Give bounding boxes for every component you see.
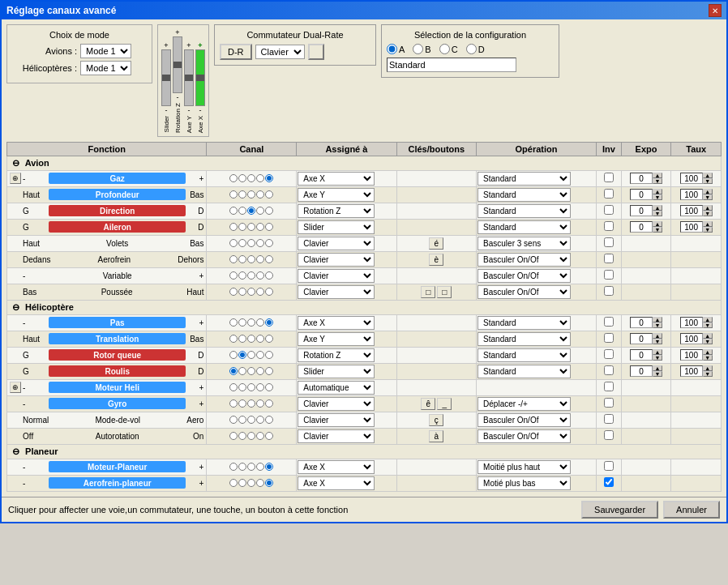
canal-radio-0-5-2[interactable] xyxy=(247,255,255,263)
inv-checkbox-1-1[interactable] xyxy=(604,333,614,343)
section-expand-2[interactable]: ⊖ xyxy=(12,446,19,456)
expo-input-0-0[interactable] xyxy=(630,173,653,184)
inv-checkbox-0-5[interactable] xyxy=(604,254,614,263)
inv-checkbox-1-4[interactable] xyxy=(604,382,614,391)
taux-up-1-2[interactable]: ▲ xyxy=(703,349,713,355)
inv-checkbox-1-3[interactable] xyxy=(604,365,614,375)
inv-checkbox-0-6[interactable] xyxy=(604,270,614,280)
assign-select-1-2[interactable]: Axe XAxe YRotation ZSliderClavierAutomat… xyxy=(298,348,375,362)
taux-down-1-0[interactable]: ▼ xyxy=(703,322,713,328)
key-btn-1-5[interactable]: ê xyxy=(421,398,435,410)
canal-radio-1-0-2[interactable] xyxy=(247,318,255,327)
slider-3-track[interactable] xyxy=(184,49,194,106)
op-select-2-1[interactable]: StandardBasculer 3 sensBasculer On/OfDép… xyxy=(477,476,571,490)
op-select-2-0[interactable]: StandardBasculer 3 sensBasculer On/OfDép… xyxy=(477,460,571,474)
dr-button[interactable]: D-R xyxy=(220,44,252,60)
assign-select-1-4[interactable]: Axe XAxe YRotation ZSliderClavierAutomat… xyxy=(298,381,375,395)
inv-checkbox-0-4[interactable] xyxy=(604,237,614,247)
canal-radio-1-3-0[interactable] xyxy=(229,367,238,375)
taux-input-0-0[interactable] xyxy=(680,173,703,184)
op-select-0-3[interactable]: StandardBasculer 3 sensBasculer On/OfDép… xyxy=(477,220,571,234)
canal-radio-0-7-3[interactable] xyxy=(256,288,264,296)
slider-4-track[interactable] xyxy=(195,49,205,106)
key-btn-0-5[interactable]: è xyxy=(429,254,443,266)
canal-radio-0-7-0[interactable] xyxy=(229,288,238,296)
canal-radio-2-0-0[interactable] xyxy=(229,463,238,471)
canal-radio-1-2-2[interactable] xyxy=(247,351,255,359)
inv-checkbox-2-1[interactable] xyxy=(604,477,614,487)
canal-radio-2-1-4[interactable] xyxy=(265,479,273,487)
canal-radio-0-2-2[interactable] xyxy=(247,207,255,215)
expo-input-0-3[interactable] xyxy=(630,221,653,233)
expo-up-0-0[interactable]: ▲ xyxy=(653,173,662,178)
config-radio-d[interactable]: D xyxy=(466,44,485,54)
canal-radio-0-1-1[interactable] xyxy=(238,190,246,199)
canal-radio-1-1-0[interactable] xyxy=(229,335,238,343)
inv-checkbox-0-1[interactable] xyxy=(604,189,614,199)
expo-input-1-2[interactable] xyxy=(630,349,653,361)
taux-input-0-3[interactable] xyxy=(680,221,703,233)
canal-radio-1-6-3[interactable] xyxy=(256,416,264,424)
taux-up-1-1[interactable]: ▲ xyxy=(703,333,713,339)
clavier-select[interactable]: ClavierAxe XAxe Y xyxy=(255,45,305,59)
expo-down-0-2[interactable]: ▼ xyxy=(653,211,662,216)
op-select-0-4[interactable]: StandardBasculer 3 sensBasculer On/OfDép… xyxy=(477,237,571,250)
config-radio-b[interactable]: B xyxy=(413,44,430,54)
expo-down-1-1[interactable]: ▼ xyxy=(653,339,662,344)
canal-radio-0-0-0[interactable] xyxy=(229,174,238,182)
expo-up-0-2[interactable]: ▲ xyxy=(653,205,662,211)
canal-radio-0-6-4[interactable] xyxy=(265,271,273,280)
canal-radio-1-3-4[interactable] xyxy=(265,367,273,375)
op-select-1-1[interactable]: StandardBasculer 3 sensBasculer On/OfDép… xyxy=(477,332,571,346)
inv-checkbox-1-0[interactable] xyxy=(604,317,614,327)
expo-up-0-3[interactable]: ▲ xyxy=(653,221,662,227)
expand-btn-1-4[interactable]: ⊕ xyxy=(10,382,21,393)
assign-select-1-5[interactable]: Axe XAxe YRotation ZSliderClavierAutomat… xyxy=(298,397,375,411)
canal-radio-0-3-0[interactable] xyxy=(229,223,238,231)
taux-input-1-1[interactable] xyxy=(680,333,703,344)
avions-select[interactable]: Mode 1Mode 2Mode 3Mode 4 xyxy=(80,44,131,58)
canal-radio-1-6-2[interactable] xyxy=(247,416,255,424)
expo-up-1-0[interactable]: ▲ xyxy=(653,317,662,322)
op-select-1-2[interactable]: StandardBasculer 3 sensBasculer On/OfDép… xyxy=(477,348,571,362)
op-select-1-0[interactable]: StandardBasculer 3 sensBasculer On/OfDép… xyxy=(477,316,571,330)
inv-checkbox-1-7[interactable] xyxy=(604,430,614,440)
assign-select-1-0[interactable]: Axe XAxe YRotation ZSliderClavierAutomat… xyxy=(298,316,375,330)
slider-1-track[interactable] xyxy=(161,49,171,106)
config-radio-c[interactable]: C xyxy=(439,44,458,54)
expo-down-1-2[interactable]: ▼ xyxy=(653,355,662,361)
expo-up-1-2[interactable]: ▲ xyxy=(653,349,662,355)
assign-select-2-0[interactable]: Axe XAxe YRotation ZSliderClavierAutomat… xyxy=(298,460,375,474)
config-value-input[interactable] xyxy=(387,58,516,72)
canal-radio-0-2-3[interactable] xyxy=(256,207,264,215)
expo-down-1-3[interactable]: ▼ xyxy=(653,371,662,377)
taux-down-0-1[interactable]: ▼ xyxy=(703,194,713,200)
assign-select-0-3[interactable]: Axe XAxe YRotation ZSliderClavierAutomat… xyxy=(298,220,375,234)
canal-radio-0-4-4[interactable] xyxy=(265,239,273,247)
canal-radio-0-2-1[interactable] xyxy=(238,207,246,215)
assign-select-1-7[interactable]: Axe XAxe YRotation ZSliderClavierAutomat… xyxy=(298,429,375,443)
inv-checkbox-0-7[interactable] xyxy=(604,286,614,296)
canal-radio-1-6-1[interactable] xyxy=(238,416,246,424)
canal-radio-1-7-3[interactable] xyxy=(256,432,264,440)
key-btn-0-7[interactable]: □ xyxy=(421,286,435,298)
taux-input-0-1[interactable] xyxy=(680,189,703,200)
taux-down-1-2[interactable]: ▼ xyxy=(703,355,713,361)
canal-radio-1-7-2[interactable] xyxy=(247,432,255,440)
config-radio-b-input[interactable] xyxy=(413,44,423,54)
canal-radio-1-0-3[interactable] xyxy=(256,318,264,327)
section-expand-0[interactable]: ⊖ xyxy=(12,158,19,168)
op-select-1-5[interactable]: StandardBasculer 3 sensBasculer On/OfDép… xyxy=(477,397,571,411)
dr-square-btn[interactable] xyxy=(308,44,324,60)
canal-radio-0-4-0[interactable] xyxy=(229,239,238,247)
section-expand-1[interactable]: ⊖ xyxy=(12,302,19,312)
taux-down-0-2[interactable]: ▼ xyxy=(703,211,713,216)
canal-radio-1-1-4[interactable] xyxy=(265,335,273,343)
table-scroll[interactable]: Fonction Canal Assigné à Clés/boutons Op… xyxy=(6,142,722,492)
canal-radio-1-2-3[interactable] xyxy=(256,351,264,359)
expo-down-0-1[interactable]: ▼ xyxy=(653,194,662,200)
canal-radio-0-1-3[interactable] xyxy=(256,190,264,199)
op-select-0-2[interactable]: StandardBasculer 3 sensBasculer On/OfDép… xyxy=(477,204,571,218)
key-btn-0-7[interactable]: □ xyxy=(437,286,452,298)
canal-radio-1-0-0[interactable] xyxy=(229,318,238,327)
